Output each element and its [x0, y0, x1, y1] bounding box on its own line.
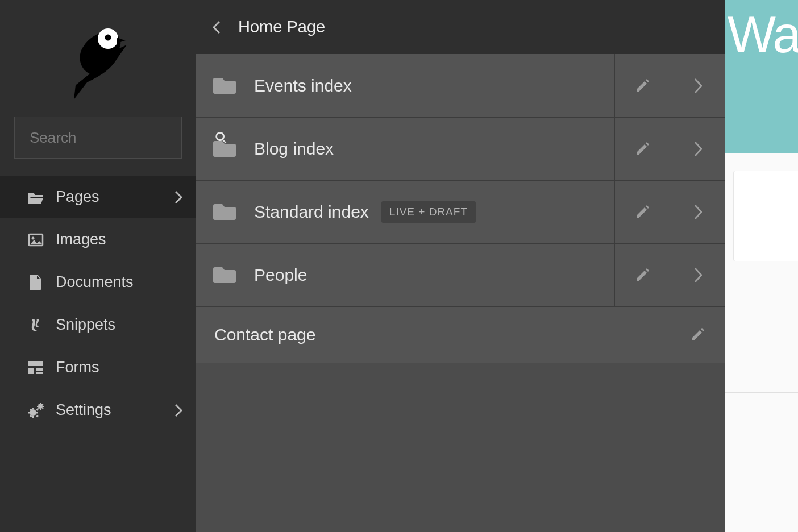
image-icon: [27, 233, 44, 247]
explorer-row-title: Contact page: [214, 325, 315, 344]
explorer-row-main[interactable]: Contact page: [196, 307, 670, 363]
status-badge: LIVE + DRAFT: [381, 201, 476, 223]
explorer-row-main[interactable]: Standard indexLIVE + DRAFT: [196, 181, 614, 243]
explorer-row: Contact page: [196, 306, 725, 363]
page-sidebar-card-background: [733, 171, 798, 261]
edit-page-button[interactable]: [670, 307, 725, 363]
chevron-left-icon: [213, 21, 221, 34]
explorer-row-main[interactable]: Events index: [196, 54, 614, 117]
snippets-icon: [27, 318, 44, 332]
search-icon[interactable]: [214, 131, 228, 144]
search-input[interactable]: [30, 129, 214, 147]
explorer-row: People: [196, 243, 725, 306]
chevron-right-icon: [693, 142, 702, 156]
search-box[interactable]: [14, 117, 182, 159]
explorer-parent-title: Home Page: [238, 18, 325, 36]
pencil-icon: [690, 327, 705, 342]
explorer-row-main[interactable]: Blog index: [196, 118, 614, 180]
page-explorer-panel: Home Page Events indexBlog indexStandard…: [196, 0, 725, 532]
explorer-row: Blog index: [196, 117, 725, 180]
edit-page-button[interactable]: [614, 244, 670, 306]
explorer-back-button[interactable]: [213, 21, 232, 34]
chevron-right-icon: [174, 404, 182, 417]
cogs-icon: [27, 402, 44, 418]
nav-item-label: Snippets: [56, 316, 182, 334]
nav-item-label: Documents: [56, 273, 182, 291]
nav-item-label: Settings: [56, 401, 174, 419]
explorer-row: Events index: [196, 54, 725, 117]
pencil-icon: [635, 78, 650, 93]
folder-icon: [213, 76, 237, 95]
page-hero-title-fragment: Wa: [728, 6, 798, 63]
explorer-row: Standard indexLIVE + DRAFT: [196, 180, 725, 243]
edit-page-button[interactable]: [614, 54, 670, 117]
drill-down-button[interactable]: [670, 54, 725, 117]
svg-rect-7: [36, 372, 43, 374]
chevron-right-icon: [693, 268, 702, 282]
nav-item-settings[interactable]: Settings: [0, 389, 196, 431]
folder-open-icon: [27, 190, 44, 204]
nav-item-documents[interactable]: Documents: [0, 261, 196, 304]
drill-down-button[interactable]: [670, 244, 725, 306]
svg-rect-6: [36, 368, 43, 371]
nav-item-label: Forms: [56, 359, 182, 376]
folder-icon: [213, 202, 237, 222]
chevron-right-icon: [174, 191, 182, 203]
explorer-row-title: Blog index: [254, 139, 334, 159]
nav-item-label: Pages: [56, 188, 174, 206]
svg-point-3: [32, 236, 35, 239]
nav-item-images[interactable]: Images: [0, 218, 196, 261]
document-icon: [27, 275, 44, 290]
explorer-row-main[interactable]: People: [196, 244, 614, 306]
svg-rect-5: [28, 368, 34, 374]
forms-icon: [27, 361, 44, 374]
chevron-right-icon: [693, 205, 702, 219]
pencil-icon: [635, 205, 650, 219]
pencil-icon: [635, 142, 650, 156]
edit-page-button[interactable]: [614, 181, 670, 243]
drill-down-button[interactable]: [670, 118, 725, 180]
pencil-icon: [635, 268, 650, 282]
explorer-row-title: Standard index: [254, 202, 369, 222]
explorer-row-title: Events index: [254, 76, 352, 95]
page-divider-background: [725, 392, 798, 393]
explorer-row-title: People: [254, 265, 307, 285]
nav-item-label: Images: [56, 231, 182, 248]
folder-icon: [213, 265, 237, 285]
nav-item-snippets[interactable]: Snippets: [0, 304, 196, 346]
drill-down-button[interactable]: [670, 181, 725, 243]
nav-item-pages[interactable]: Pages: [0, 176, 196, 218]
explorer-header[interactable]: Home Page: [196, 0, 725, 54]
chevron-right-icon: [693, 78, 702, 93]
nav-item-forms[interactable]: Forms: [0, 346, 196, 389]
edit-page-button[interactable]: [614, 118, 670, 180]
svg-rect-4: [28, 361, 43, 366]
wagtail-logo: [67, 20, 130, 99]
logo-container: [0, 0, 196, 117]
admin-sidebar: Pages Images Documents Snippets Forms: [0, 0, 196, 532]
